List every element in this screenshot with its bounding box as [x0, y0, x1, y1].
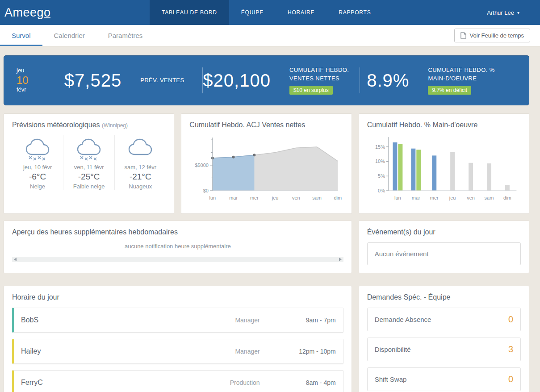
- requests-card: Demandes Spéc. - Équipe Demande Absence …: [359, 286, 529, 392]
- weather-day-date: sam, 12 févr: [117, 164, 164, 171]
- overtime-empty-message: aucune notification heure supplémentaire: [12, 243, 343, 250]
- svg-text:$0: $0: [203, 188, 209, 193]
- svg-text:lun: lun: [394, 195, 401, 200]
- weather-day-temp: -6°C: [14, 172, 61, 182]
- view-timesheet-button[interactable]: Voir Feuille de temps: [454, 29, 530, 42]
- request-row[interactable]: Disponibilité 3: [367, 338, 521, 361]
- svg-text:ven: ven: [467, 195, 475, 200]
- logo-container: Ameego: [0, 0, 150, 25]
- kpi-weekly-net-sales-label: CUMULATIF HEBDO. VENTES NETTES: [289, 66, 360, 83]
- svg-text:dim: dim: [334, 195, 342, 200]
- schedule-shift-time: 12pm - 10pm: [285, 348, 336, 355]
- schedule-row[interactable]: BobS Manager 9am - 7pm: [12, 308, 343, 333]
- tab-bar: Survol Calendrier Paramètres: [0, 25, 154, 46]
- request-row[interactable]: Demande Absence 0: [367, 308, 521, 331]
- svg-text:mar: mar: [412, 195, 420, 200]
- schedule-row[interactable]: Hailey Manager 12pm - 10pm: [12, 339, 343, 364]
- request-label: Shift Swap: [375, 375, 407, 383]
- svg-text:mer: mer: [250, 195, 259, 200]
- banner-day: 10: [17, 74, 46, 87]
- nav-item-horaire[interactable]: HORAIRE: [276, 0, 327, 25]
- schedule-employee-name: FerryC: [21, 379, 193, 387]
- tab-parametres[interactable]: Paramètres: [96, 25, 155, 46]
- svg-text:sam: sam: [313, 195, 322, 200]
- kpi-weekly-labour-pct-value: 8.9%: [367, 71, 409, 91]
- nav-item-equipe[interactable]: ÉQUIPE: [229, 0, 276, 25]
- request-label: Demande Absence: [375, 316, 431, 323]
- tab-calendrier[interactable]: Calendrier: [42, 25, 96, 46]
- main-content: Prévisions météorologiques (Winnipeg) je…: [0, 113, 540, 392]
- svg-text:10%: 10%: [375, 158, 385, 164]
- schedule-row[interactable]: FerryC Production 8am - 4pm: [12, 370, 343, 392]
- nav-item-tableau-de-bord[interactable]: TABLEAU DE BORD: [150, 0, 229, 25]
- schedule-card: Horaire du jour BobS Manager 9am - 7pm H…: [4, 286, 352, 392]
- schedule-employee-role: Production: [193, 379, 260, 386]
- kpi-forecast-sales-value: $7,525: [64, 71, 121, 91]
- weather-day: jeu, 10 févr -6°C Neige: [12, 135, 63, 190]
- nav-item-rapports[interactable]: RAPPORTS: [327, 0, 383, 25]
- banner-month: févr: [17, 87, 46, 93]
- labour-chart-card: Cumulatif Hebdo. % Main-d'oeuvre lunmarm…: [359, 113, 529, 214]
- deficit-badge: 9.7% en déficit: [428, 86, 471, 95]
- kpi-banner: jeu 10 févr $7,525 PRÉV. VENTES $20,100 …: [4, 55, 529, 105]
- banner-date: jeu 10 févr: [17, 67, 46, 93]
- view-timesheet-label: Voir Feuille de temps: [470, 32, 524, 39]
- weather-day-date: ven, 11 févr: [65, 164, 113, 171]
- weather-card: Prévisions météorologiques (Winnipeg) je…: [4, 113, 174, 214]
- events-title: Événement(s) du jour: [367, 228, 521, 236]
- schedule-employee-name: Hailey: [21, 347, 193, 355]
- weather-day-condition: Neige: [14, 183, 61, 190]
- horizontal-scrollbar[interactable]: [12, 257, 343, 262]
- user-name: Arthur Lee: [487, 9, 514, 16]
- scroll-left-arrow[interactable]: [14, 258, 17, 261]
- kpi-weekly-net-sales: $20,100 CUMULATIF HEBDO. VENTES NETTES $…: [203, 66, 359, 95]
- request-count: 0: [508, 374, 513, 384]
- weather-day: sam, 12 févr -21°C Nuageux: [114, 135, 166, 190]
- weather-day-temp: -25°C: [65, 172, 113, 182]
- surplus-badge: $10 en surplus: [289, 86, 333, 95]
- weather-card-title: Prévisions météorologiques (Winnipeg): [12, 121, 166, 129]
- scroll-right-arrow[interactable]: [339, 258, 342, 261]
- labour-chart-title: Cumulatif Hebdo. % Main-d'oeuvre: [367, 121, 521, 129]
- kpi-forecast-sales: $7,525 PRÉV. VENTES: [46, 71, 202, 91]
- request-row[interactable]: Shift Swap 0: [367, 367, 521, 391]
- request-label: Disponibilité: [375, 346, 411, 353]
- top-nav: Ameego TABLEAU DE BORD ÉQUIPE HORAIRE RA…: [0, 0, 540, 25]
- document-icon: [460, 32, 466, 39]
- schedule-employee-role: Manager: [193, 317, 260, 324]
- svg-text:mar: mar: [230, 195, 238, 200]
- requests-title: Demandes Spéc. - Équipe: [367, 293, 521, 301]
- svg-text:sam: sam: [484, 195, 494, 200]
- svg-text:5%: 5%: [378, 173, 385, 179]
- weather-day-temp: -21°C: [117, 172, 164, 182]
- kpi-weekly-labour-pct-label: CUMULATIF HEBDO. % MAIN-D'OEUVRE: [428, 66, 509, 83]
- kpi-weekly-labour-pct: 8.9% CUMULATIF HEBDO. % MAIN-D'OEUVRE 9.…: [360, 66, 516, 95]
- schedule-shift-time: 9am - 7pm: [285, 317, 336, 324]
- svg-text:15%: 15%: [375, 144, 385, 150]
- schedule-title: Horaire du jour: [12, 293, 343, 301]
- kpi-forecast-sales-label: PRÉV. VENTES: [140, 76, 184, 85]
- sales-area-chart: $0$5000lunmarmerjeuvensamdim: [189, 134, 343, 202]
- tab-survol[interactable]: Survol: [0, 25, 42, 46]
- svg-text:0%: 0%: [378, 188, 385, 193]
- svg-text:$5000: $5000: [195, 163, 209, 168]
- svg-text:mer: mer: [430, 195, 438, 200]
- net-sales-chart-title: Cumulatif Hebdo. ACJ Ventes nettes: [189, 121, 343, 129]
- overtime-card: Aperçu des heures supplémentaires hebdom…: [4, 221, 352, 273]
- schedule-employee-name: BobS: [21, 316, 193, 324]
- main-nav: TABLEAU DE BORD ÉQUIPE HORAIRE RAPPORTS: [150, 0, 383, 25]
- request-count: 3: [508, 344, 513, 354]
- weather-day-date: jeu, 10 févr: [14, 164, 61, 171]
- app-logo[interactable]: Ameego: [4, 6, 51, 20]
- svg-text:jeu: jeu: [448, 195, 456, 200]
- svg-text:ven: ven: [292, 195, 300, 200]
- weather-day-condition: Faible neige: [65, 183, 113, 190]
- overtime-title: Aperçu des heures supplémentaires hebdom…: [12, 228, 343, 236]
- snow-cloud-icon: [65, 137, 113, 162]
- snow-cloud-icon: [14, 137, 61, 162]
- labour-bar-chart: lunmarmerjeuvensamdim0%5%10%15%: [367, 134, 521, 202]
- user-menu[interactable]: Arthur Lee ▾: [487, 0, 540, 25]
- event-empty-box: Aucun événement: [367, 242, 521, 265]
- events-card: Événement(s) du jour Aucun événement: [359, 221, 529, 273]
- schedule-shift-time: 8am - 4pm: [285, 379, 336, 386]
